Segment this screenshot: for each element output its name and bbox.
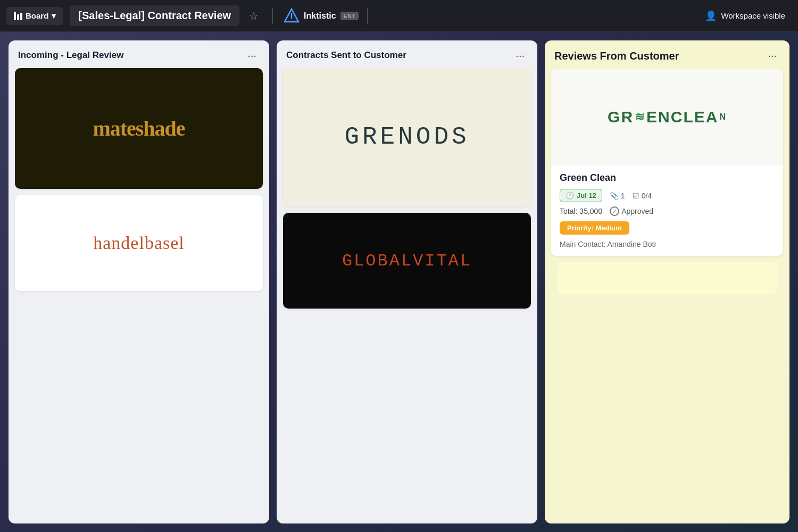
- column-incoming-legal: Incoming - Legal Review ··· mateshade Ma…: [9, 40, 269, 523]
- wind-icon: ≋: [635, 110, 645, 124]
- star-icon: ☆: [249, 10, 259, 22]
- card-grenods: GRENODS Grenods 🕐 Aug 18 📎 1: [283, 68, 531, 206]
- column-title-contracts: Contracts Sent to Customer: [286, 50, 406, 61]
- priority-badge-greenclean: Priority: Medium: [560, 221, 629, 235]
- card-image-greenclean[interactable]: GR ≋ ENCLEA N: [551, 69, 783, 165]
- column-menu-button-contracts[interactable]: ···: [512, 49, 528, 62]
- card-handelbasel: handelbasel: [15, 195, 263, 291]
- card-mateshade: mateshade Mate Shade 📎 1 ☑ 0/4: [15, 68, 263, 189]
- workspace-label: Workspace visible: [721, 11, 785, 20]
- card-meta-greenclean: 🕐 Jul 12 📎 1 ☑ 0/4: [560, 189, 775, 202]
- contact-greenclean: Main Contact: Amandine Botr: [560, 240, 775, 248]
- column-body-contracts: GRENODS Grenods 🕐 Aug 18 📎 1: [277, 68, 537, 315]
- date-greenclean: 🕐 Jul 12: [560, 189, 602, 202]
- jul12-badge: 🕐 Jul 12: [560, 189, 602, 202]
- partial-card-reviews: [558, 262, 777, 294]
- globalvital-logo-text: GLOBALVITAL: [342, 251, 472, 271]
- board-icon: [14, 12, 22, 20]
- clock-icon-green: 🕐: [566, 192, 574, 200]
- project-title: [Sales-Legal] Contract Review: [70, 5, 239, 26]
- column-header-incoming: Incoming - Legal Review ···: [9, 40, 269, 68]
- column-body-incoming: mateshade Mate Shade 📎 1 ☑ 0/4: [9, 68, 269, 297]
- column-menu-button-incoming[interactable]: ···: [244, 49, 260, 62]
- column-header-contracts: Contracts Sent to Customer ···: [277, 40, 537, 68]
- attachments-greenclean: 📎 1: [610, 192, 625, 200]
- brand-logo-icon: [284, 8, 300, 24]
- star-button[interactable]: ☆: [244, 6, 264, 26]
- brand-name: Inktistic: [304, 11, 336, 21]
- brand-badge: ENT: [340, 12, 359, 20]
- board-button[interactable]: Board ▾: [6, 7, 63, 25]
- approved-icon-2: ✓: [610, 206, 619, 216]
- card-body-greenclean: Green Clean 🕐 Jul 12 📎 1: [551, 165, 783, 256]
- card-title-greenclean: Green Clean: [560, 172, 775, 184]
- header: Board ▾ [Sales-Legal] Contract Review ☆ …: [0, 0, 798, 32]
- column-contracts-sent: Contracts Sent to Customer ··· GRENODS G…: [277, 40, 537, 523]
- grenods-logo-text: GRENODS: [344, 123, 469, 151]
- column-body-reviews: GR ≋ ENCLEA N Green Clean 🕐 Jul 12: [545, 69, 789, 301]
- divider-2: [367, 8, 368, 24]
- tasks-greenclean: ☑ 0/4: [633, 192, 652, 200]
- checkbox-icon-3: ☑: [633, 192, 639, 200]
- card-image-handelbasel[interactable]: handelbasel: [15, 195, 263, 291]
- paperclip-icon-3: 📎: [610, 192, 619, 200]
- total-greenclean: Total: 35,000: [560, 207, 602, 215]
- card-image-mateshade[interactable]: mateshade: [15, 68, 263, 189]
- divider: [272, 8, 273, 24]
- board-label: Board: [26, 11, 48, 20]
- chevron-down-icon: ▾: [52, 11, 56, 21]
- column-menu-button-reviews[interactable]: ···: [764, 49, 780, 62]
- card-greenclean: GR ≋ ENCLEA N Green Clean 🕐 Jul 12: [551, 69, 783, 256]
- workspace-button[interactable]: 👤 Workspace visible: [699, 7, 792, 25]
- column-reviews-customer: Reviews From Customer ··· GR ≋ ENCLEA N …: [545, 40, 789, 523]
- board-area: Incoming - Legal Review ··· mateshade Ma…: [0, 32, 798, 532]
- mateshade-logo-text: mateshade: [93, 116, 185, 141]
- brand-area: Inktistic ENT: [284, 8, 358, 24]
- handelbasel-logo-text: handelbasel: [93, 233, 185, 253]
- column-title-incoming: Incoming - Legal Review: [18, 50, 123, 61]
- card-image-globalvital[interactable]: GLOBALVITAL: [283, 213, 531, 309]
- card-status-greenclean: Total: 35,000 ✓ Approved: [560, 206, 775, 216]
- column-header-reviews: Reviews From Customer ···: [545, 40, 789, 69]
- card-globalvital: GLOBALVITAL: [283, 213, 531, 309]
- card-image-grenods[interactable]: GRENODS: [283, 68, 531, 206]
- user-icon: 👤: [705, 10, 717, 22]
- approved-greenclean: ✓ Approved: [610, 206, 653, 216]
- greenclean-logo: GR ≋ ENCLEA N: [608, 108, 727, 126]
- column-title-reviews: Reviews From Customer: [554, 49, 679, 63]
